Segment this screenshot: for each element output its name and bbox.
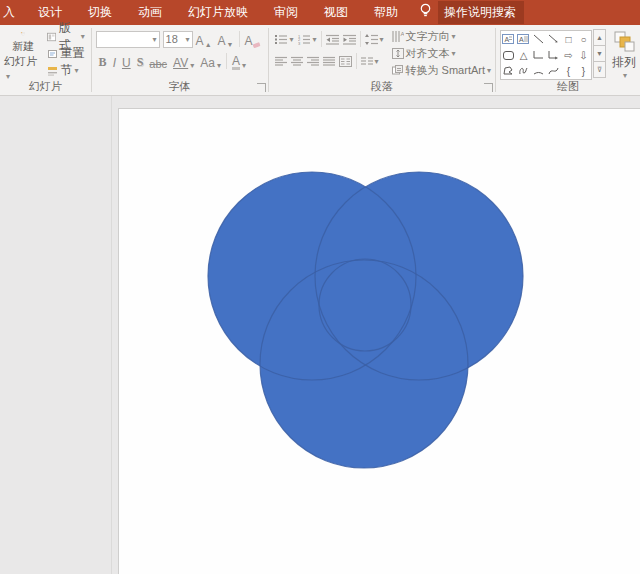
clear-formatting-button[interactable]: A <box>242 30 264 48</box>
bold-button[interactable]: B <box>96 52 110 70</box>
paragraph-group-label: 段落 <box>269 79 496 94</box>
shrink-font-button[interactable]: A▼ <box>215 30 237 48</box>
new-slide-label-2: 幻灯片▾ <box>4 54 43 81</box>
italic-button[interactable]: I <box>110 52 119 70</box>
shape-oval-icon[interactable]: ○ <box>576 31 591 47</box>
svg-text:3: 3 <box>298 40 301 45</box>
editing-area <box>0 96 640 574</box>
shape-arc-icon[interactable] <box>531 63 546 79</box>
shape-elbow-arrow-connector-icon[interactable] <box>546 47 561 63</box>
shape-rounded-rectangle-icon[interactable] <box>501 47 516 63</box>
font-size-combo[interactable]: 18▾ <box>163 31 193 48</box>
align-center-button[interactable] <box>289 55 305 68</box>
new-slide-button[interactable]: 新建 幻灯片▾ <box>4 28 43 81</box>
character-spacing-button[interactable]: AV▾ <box>170 52 197 70</box>
justify-button[interactable] <box>321 55 337 68</box>
columns-icon <box>339 56 352 67</box>
reset-icon <box>47 49 58 59</box>
align-right-button[interactable] <box>305 55 321 68</box>
arrange-icon <box>612 30 636 54</box>
align-left-button[interactable] <box>273 55 289 68</box>
increase-indent-icon <box>343 34 356 45</box>
line-spacing-button[interactable]: ▾ <box>363 33 386 46</box>
shapes-more-button[interactable]: ⊽ <box>593 61 606 78</box>
tab-animations[interactable]: 动画 <box>125 0 175 25</box>
ribbon-group-font: ▾ 18▾ A▲ A▼ A B I U S abc AV▾ <box>92 25 268 95</box>
shape-rectangle-icon[interactable]: □ <box>561 31 576 47</box>
grow-font-button[interactable]: A▲ <box>193 30 215 48</box>
section-button[interactable]: 节▾ <box>45 62 87 79</box>
shape-triangle-icon[interactable]: △ <box>516 47 531 63</box>
ribbon: 新建 幻灯片▾ 版式▾ 重置 节▾ 幻灯片 ▾ <box>0 25 640 96</box>
reset-button[interactable]: 重置 <box>45 45 87 62</box>
slide-canvas[interactable] <box>118 108 640 574</box>
shapes-scroll-up-button[interactable]: ▲ <box>593 29 606 46</box>
text-direction-button[interactable]: A 文字方向▾ <box>392 28 491 45</box>
tab-slideshow[interactable]: 幻灯片放映 <box>175 0 261 25</box>
svg-text:A: A <box>505 36 510 43</box>
decrease-indent-icon <box>326 34 339 45</box>
arrange-button[interactable]: 排列 ▾ <box>612 30 636 81</box>
tab-help[interactable]: 帮助 <box>361 0 411 25</box>
ribbon-group-drawing: A A □ ○ △ ⇨ ⇩ <box>496 25 640 95</box>
bullets-button[interactable]: ▾ <box>273 33 296 46</box>
mini-separator <box>321 31 322 47</box>
ribbon-group-paragraph: ▾ 123 ▾ ▾ <box>269 25 496 95</box>
font-group-label: 字体 <box>92 79 268 94</box>
slides-group-label: 幻灯片 <box>0 79 91 94</box>
font-size-value: 18 <box>166 33 184 45</box>
align-left-icon <box>275 56 287 67</box>
tab-insert[interactable]: 入 <box>0 0 25 25</box>
font-dialog-launcher[interactable] <box>257 83 266 92</box>
shape-down-arrow-icon[interactable]: ⇩ <box>576 47 591 63</box>
ribbon-group-slides: 新建 幻灯片▾ 版式▾ 重置 节▾ 幻灯片 <box>0 25 91 95</box>
distributed-button[interactable] <box>337 55 354 68</box>
shape-right-brace-icon[interactable]: } <box>576 63 591 79</box>
lightbulb-icon <box>419 3 432 22</box>
layout-button[interactable]: 版式▾ <box>45 28 87 45</box>
line-spacing-icon <box>365 34 378 45</box>
new-slide-label-1: 新建 <box>12 39 34 54</box>
numbered-list-icon: 123 <box>298 34 311 45</box>
svg-text:A: A <box>519 36 524 43</box>
shapes-gallery: A A □ ○ △ ⇨ ⇩ <box>500 30 592 80</box>
ribbon-tab-bar: 入 设计 切换 动画 幻灯片放映 审阅 视图 帮助 操作说明搜索 <box>0 0 640 25</box>
increase-indent-button[interactable] <box>341 33 358 46</box>
shapes-scroll-down-button[interactable]: ▼ <box>593 45 606 62</box>
slide-thumbnail-panel[interactable] <box>0 96 112 574</box>
font-name-combo[interactable]: ▾ <box>96 31 160 48</box>
decrease-indent-button[interactable] <box>324 33 341 46</box>
shape-freeform-icon[interactable] <box>501 63 516 79</box>
shape-curve-icon[interactable] <box>546 63 561 79</box>
shape-left-brace-icon[interactable]: { <box>561 63 576 79</box>
tab-view[interactable]: 视图 <box>311 0 361 25</box>
strikethrough-button[interactable]: abc <box>146 52 170 70</box>
tab-review[interactable]: 审阅 <box>261 0 311 25</box>
layout-icon <box>47 32 56 42</box>
mini-separator <box>226 53 227 69</box>
shape-scribble-icon[interactable] <box>516 63 531 79</box>
text-shadow-button[interactable]: S <box>134 52 147 70</box>
paragraph-dialog-launcher[interactable] <box>484 83 493 92</box>
tell-me-search[interactable]: 操作说明搜索 <box>438 1 524 24</box>
align-text-icon <box>392 48 404 59</box>
add-columns-button[interactable]: ▾ <box>359 55 381 68</box>
change-case-button[interactable]: Aa▾ <box>197 52 224 70</box>
shape-text-box-icon[interactable]: A <box>501 31 516 47</box>
shape-vertical-text-box-icon[interactable]: A <box>516 31 531 47</box>
eraser-icon <box>253 40 261 48</box>
section-icon <box>47 66 58 76</box>
font-color-button[interactable]: A▾ <box>229 52 249 70</box>
mini-separator <box>239 31 240 47</box>
underline-button[interactable]: U <box>119 52 134 70</box>
numbering-button[interactable]: 123 ▾ <box>296 33 319 46</box>
shape-right-arrow-icon[interactable]: ⇨ <box>561 47 576 63</box>
drawing-group-label: 绘图 <box>496 79 640 94</box>
shape-line-icon[interactable] <box>531 31 546 47</box>
tab-transitions[interactable]: 切换 <box>75 0 125 25</box>
align-text-button[interactable]: 对齐文本▾ <box>392 45 491 62</box>
convert-smartart-button[interactable]: 转换为 SmartArt▾ <box>392 62 491 79</box>
align-right-icon <box>307 56 319 67</box>
shape-arrow-icon[interactable] <box>546 31 561 47</box>
shape-elbow-connector-icon[interactable] <box>531 47 546 63</box>
